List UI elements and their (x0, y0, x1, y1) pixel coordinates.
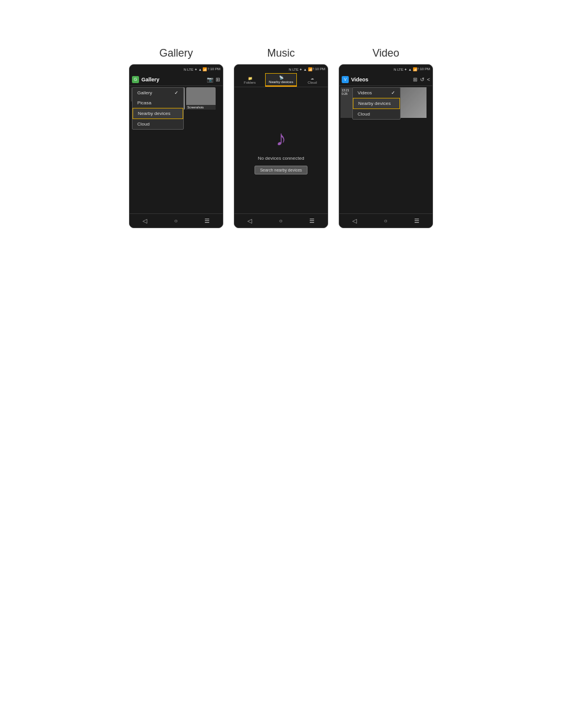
gallery-app-bar-icons: 📷 ⊞ (207, 77, 220, 83)
music-content: ♪ No devices connected Search nearby dev… (234, 87, 328, 213)
video-app-title: Videos (351, 77, 413, 83)
gallery-menu-item-gallery[interactable]: Gallery ✓ (133, 88, 183, 98)
video-share-icon[interactable]: < (427, 77, 430, 83)
gallery-label: Gallery (159, 47, 193, 60)
video-refresh-icon[interactable]: ↺ (420, 77, 425, 83)
gallery-bottom-nav: ◁ ○ ☰ (130, 213, 223, 228)
music-tab-nearby[interactable]: 📡 Nearby devices (265, 73, 297, 87)
gallery-dropdown-menu: Gallery ✓ Picasa Nearby devices Cloud (132, 87, 184, 130)
gallery-app-title: Gallery (141, 77, 207, 83)
gallery-grid-icon[interactable]: ⊞ (216, 77, 220, 83)
video-label: Video (372, 47, 399, 60)
gallery-home-btn[interactable]: ○ (174, 218, 177, 224)
no-devices-text: No devices connected (258, 156, 305, 161)
video-app-bar: V Videos ⊞ ↺ < (339, 73, 432, 86)
music-phone-wrapper: Music N LTE ✦ ▲ 📶 7:10 PM 📁 Folders 📡 Ne… (234, 47, 328, 228)
gallery-camera-icon[interactable]: 📷 (207, 77, 213, 83)
gallery-thumb-2[interactable]: Screenshots (186, 87, 216, 110)
gallery-status-icons: N LTE ✦ ▲ 📶 7:10 PM (184, 67, 220, 71)
music-phone: N LTE ✦ ▲ 📶 7:10 PM 📁 Folders 📡 Nearby d… (234, 64, 328, 228)
video-menu-item-videos[interactable]: Videos ✓ (353, 88, 400, 98)
folders-icon: 📁 (248, 76, 252, 80)
video-phone-wrapper: Video N LTE ✦ ▲ 📶 7:10 PM V Videos ⊞ ↺ < (339, 47, 433, 228)
gallery-thumb-label-2: Screenshots (186, 105, 216, 110)
gallery-menu-btn[interactable]: ☰ (204, 218, 210, 224)
music-home-btn[interactable]: ○ (279, 218, 282, 224)
gallery-menu-item-cloud[interactable]: Cloud (133, 119, 183, 129)
video-app-bar-icons: ⊞ ↺ < (413, 77, 430, 83)
video-menu-item-cloud[interactable]: Cloud (353, 109, 400, 119)
cloud-icon: ☁ (310, 76, 314, 80)
video-status-bar: N LTE ✦ ▲ 📶 7:10 PM (339, 65, 432, 73)
gallery-status-bar: N LTE ✦ ▲ 📶 7:10 PM (130, 65, 223, 73)
video-thumb-duration-0: 13:210:26 (342, 88, 349, 95)
video-bottom-nav: ◁ ○ ☰ (339, 213, 432, 228)
video-menu-btn[interactable]: ☰ (414, 218, 419, 224)
video-dropdown-menu: Videos ✓ Nearby devices Cloud (352, 87, 401, 120)
video-content: 13:210:26 N00685S2 Videos ✓ Nearby devic… (339, 86, 432, 213)
gallery-back-btn[interactable]: ◁ (143, 218, 147, 224)
music-bottom-nav: ◁ ○ ☰ (234, 213, 328, 228)
music-tab-bar: 📁 Folders 📡 Nearby devices ☁ Cloud (234, 73, 328, 87)
gallery-phone: N LTE ✦ ▲ 📶 7:10 PM G Gallery 📷 ⊞ (129, 64, 223, 228)
video-app-icon: V (342, 76, 349, 83)
music-tab-cloud[interactable]: ☁ Cloud (297, 73, 328, 87)
gallery-content: Cam...12 Screenshots Gallery ✓ (130, 86, 223, 213)
gallery-app-icon: G (132, 76, 139, 83)
music-menu-btn[interactable]: ☰ (309, 218, 315, 224)
music-label: Music (267, 47, 295, 60)
video-grid-icon[interactable]: ⊞ (413, 77, 418, 83)
music-status-bar: N LTE ✦ ▲ 📶 7:10 PM (234, 65, 328, 73)
music-back-btn[interactable]: ◁ (247, 218, 252, 224)
music-note-icon: ♪ (276, 126, 286, 151)
video-back-btn[interactable]: ◁ (352, 218, 357, 224)
gallery-phone-wrapper: Gallery N LTE ✦ ▲ 📶 7:10 PM G Gallery 📷 … (129, 47, 223, 228)
phones-container: Gallery N LTE ✦ ▲ 📶 7:10 PM G Gallery 📷 … (129, 47, 433, 228)
video-phone: N LTE ✦ ▲ 📶 7:10 PM V Videos ⊞ ↺ < 13:21… (339, 64, 433, 228)
gallery-menu-item-nearby[interactable]: Nearby devices (133, 108, 183, 119)
gallery-menu-item-picasa[interactable]: Picasa (133, 98, 183, 108)
music-no-devices: ♪ No devices connected Search nearby dev… (234, 87, 328, 213)
video-home-btn[interactable]: ○ (384, 218, 387, 224)
video-menu-item-nearby[interactable]: Nearby devices (353, 98, 400, 109)
search-nearby-button[interactable]: Search nearby devices (254, 166, 307, 174)
gallery-app-bar: G Gallery 📷 ⊞ (130, 73, 223, 86)
music-tab-folders[interactable]: 📁 Folders (234, 73, 265, 87)
nearby-icon: 📡 (279, 75, 283, 80)
